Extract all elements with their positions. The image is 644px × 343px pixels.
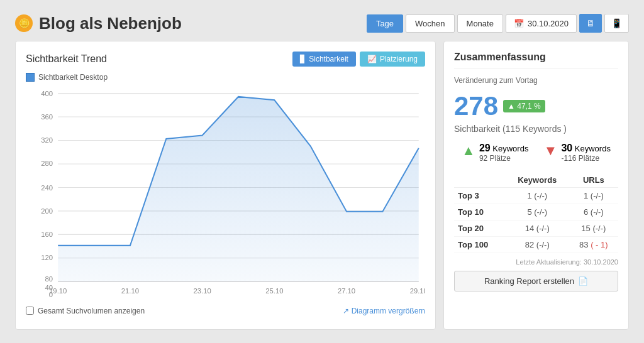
svg-text:21.10: 21.10 [121,287,139,295]
svg-text:23.10: 23.10 [194,287,211,295]
expand-chart-link[interactable]: ↗ Diagramm vergrößern [343,307,425,315]
date-picker-button[interactable]: 📅 30.10.2020 [506,14,577,33]
main-content: Sichtbarkeit Trend ▊ Sichtbarkeit 📈 Plat… [15,41,629,330]
summary-title: Zusammenfassung [454,52,618,68]
svg-text:200: 200 [41,207,53,214]
up-arrow-icon: ▲ [462,144,475,158]
suchvolumen-checkbox[interactable] [26,307,34,315]
table-row-kw: 14 (-/-) [506,220,569,236]
coin-icon: 🪙 [15,14,33,32]
down-keywords-label: Keywords [575,144,611,153]
up-plaetze: 92 Plätze [479,154,529,163]
chart-title: Sichtbarkeit Trend [26,53,107,65]
svg-text:25.10: 25.10 [265,287,283,295]
chart-legend: Sichtbarkeit Desktop [26,73,425,82]
table-row: Top 105 (-/-)6 (-/-) [454,204,618,220]
desktop-device-button[interactable]: 🖥 [579,14,602,33]
period-tage-button[interactable]: Tage [367,14,403,33]
table-row-url: 83 ( - 1) [569,236,618,253]
chart-header: Sichtbarkeit Trend ▊ Sichtbarkeit 📈 Plat… [26,52,425,67]
suchvolumen-checkbox-label[interactable]: Gesamt Suchvolumen anzeigen [26,307,145,315]
up-keywords-label: Keywords [492,144,528,153]
big-number: 278 [454,91,498,121]
chart-footer: Gesamt Suchvolumen anzeigen ↗ Diagramm v… [26,307,425,315]
table-col-keywords: Keywords [506,173,569,188]
legend-label: Sichtbarkeit Desktop [38,73,108,82]
document-icon: 📄 [578,276,588,286]
last-update: Letzte Aktualisierung: 30.10.2020 [454,258,618,266]
table-row-label: Top 100 [454,236,506,253]
selected-date: 30.10.2020 [528,19,569,28]
table-col-empty [454,173,506,188]
svg-text:160: 160 [41,230,53,237]
ranking-report-button[interactable]: Ranking Report erstellen 📄 [454,271,618,291]
summary-subtitle: Veränderung zum Vortag [454,76,618,85]
down-arrow-icon: ▼ [544,144,558,158]
table-row-label: Top 3 [454,187,506,204]
svg-text:19.10: 19.10 [49,287,67,295]
expand-icon: ↗ [343,307,349,315]
svg-text:27.10: 27.10 [338,287,355,295]
up-keywords-item: ▲ 29 Keywords 92 Plätze [462,143,528,163]
page-title: Blog als Nebenjob [39,14,182,33]
up-keywords-number: 29 [479,143,491,153]
period-monate-button[interactable]: Monate [457,14,503,33]
svg-text:29.10: 29.10 [410,287,425,295]
table-row-url: 1 (-/-) [569,187,618,204]
chart-area: 400 360 320 280 240 200 160 120 80 40 0 [26,87,425,300]
keywords-change-row: ▲ 29 Keywords 92 Plätze ▼ 30 Keywords -1… [454,143,618,163]
chart-buttons: ▊ Sichtbarkeit 📈 Platzierung [292,52,425,67]
down-keywords-item: ▼ 30 Keywords -116 Plätze [544,143,611,163]
line-chart-icon: 📈 [367,55,377,63]
svg-text:280: 280 [41,160,53,167]
svg-marker-21 [58,96,419,281]
page-header: 🪙 Blog als Nebenjob Tage Wochen Monate 📅… [15,14,629,33]
table-row: Top 2014 (-/-)15 (-/-) [454,220,618,236]
svg-text:240: 240 [41,183,53,191]
table-row-label: Top 10 [454,204,506,220]
up-keywords-info: 29 Keywords 92 Plätze [479,143,529,163]
mobile-device-button[interactable]: 📱 [604,14,629,33]
big-number-row: 278 ▲ 47,1 % [454,91,618,121]
svg-text:80: 80 [45,275,53,283]
stats-table: Keywords URLs Top 31 (-/-)1 (-/-)Top 105… [454,173,618,253]
table-col-urls: URLs [569,173,618,188]
down-keywords-number: 30 [561,143,572,153]
table-row: Top 10082 (-/-)83 ( - 1) [454,236,618,253]
table-row-kw: 82 (-/-) [506,236,569,253]
table-row-label: Top 20 [454,220,506,236]
table-row-url: 6 (-/-) [569,204,618,220]
summary-panel: Zusammenfassung Veränderung zum Vortag 2… [443,41,629,330]
header-controls: Tage Wochen Monate 📅 30.10.2020 🖥 📱 [367,14,629,33]
period-wochen-button[interactable]: Wochen [406,14,454,33]
svg-text:120: 120 [41,254,53,261]
svg-text:320: 320 [41,136,53,144]
suchvolumen-label: Gesamt Suchvolumen anzeigen [38,307,145,315]
chart-svg: 400 360 320 280 240 200 160 120 80 40 0 [26,87,425,300]
table-row: Top 31 (-/-)1 (-/-) [454,187,618,204]
sichtbarkeit-label: Sichtbarkeit (115 Keywords ) [454,124,618,134]
table-row-kw: 5 (-/-) [506,204,569,220]
sichtbarkeit-button[interactable]: ▊ Sichtbarkeit [292,52,356,67]
legend-color-box [26,73,35,82]
page-title-area: 🪙 Blog als Nebenjob [15,14,182,33]
bar-chart-icon: ▊ [300,55,306,63]
calendar-icon: 📅 [514,19,524,28]
table-row-url: 15 (-/-) [569,220,618,236]
table-row-kw: 1 (-/-) [506,187,569,204]
down-plaetze: -116 Plätze [561,154,611,163]
svg-text:400: 400 [41,89,53,97]
change-badge: ▲ 47,1 % [503,100,545,112]
platzierung-button[interactable]: 📈 Platzierung [360,52,425,67]
down-keywords-info: 30 Keywords -116 Plätze [561,143,611,163]
chart-panel: Sichtbarkeit Trend ▊ Sichtbarkeit 📈 Plat… [15,41,436,330]
svg-text:360: 360 [41,112,53,120]
